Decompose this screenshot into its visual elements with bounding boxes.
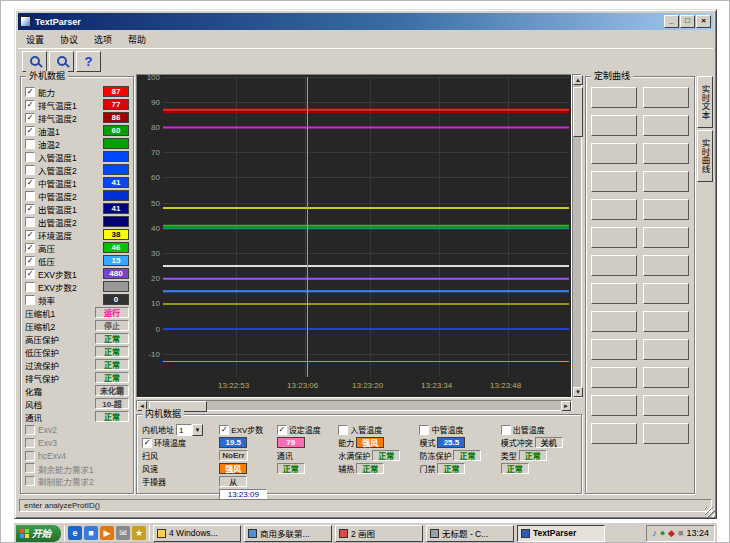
menu-help[interactable]: 帮助 (120, 31, 154, 48)
outdoor-checkbox-capacity[interactable]: ✓ (25, 87, 35, 97)
quicklaunch-media-player-icon[interactable]: ▶ (100, 526, 114, 540)
custom-curve-slot-7[interactable] (591, 171, 637, 192)
tray-antivirus-icon[interactable]: ◆ (668, 529, 675, 538)
outdoor-checkbox-exv-steps-1[interactable]: ✓ (25, 269, 35, 279)
tray-volume-icon[interactable]: ♪ (652, 529, 657, 538)
quicklaunch-favorites-icon[interactable]: ★ (132, 526, 146, 540)
tab-realtime-text[interactable]: 实时文本 (697, 76, 713, 128)
custom-curve-slot-23[interactable] (591, 395, 637, 416)
custom-curve-slot-11[interactable] (591, 227, 637, 248)
outdoor-checkbox-oil-temp-1[interactable]: ✓ (25, 126, 35, 136)
outdoor-checkbox-remaining-capacity-2 (25, 476, 35, 486)
custom-curve-slot-26[interactable] (643, 423, 689, 444)
task-button-textparser[interactable]: TextParser (517, 525, 605, 542)
custom-curve-slot-1[interactable] (591, 87, 637, 108)
menu-protocol[interactable]: 协议 (52, 31, 86, 48)
indoor-checkbox-outlet[interactable] (501, 425, 511, 435)
custom-curve-slot-10[interactable] (643, 199, 689, 220)
task-button-paint-group[interactable]: 2 画图 (335, 525, 423, 542)
custom-curve-slot-4[interactable] (643, 115, 689, 136)
indoor-checkbox-setpoint[interactable]: ✓ (277, 425, 287, 435)
indoor-checkbox-address[interactable]: ✓ (142, 438, 152, 448)
custom-curve-slot-15[interactable] (591, 283, 637, 304)
quicklaunch-mail-icon[interactable]: ✉ (116, 526, 130, 540)
custom-curve-slot-24[interactable] (643, 395, 689, 416)
custom-curve-slot-2[interactable] (643, 87, 689, 108)
outdoor-status-label-overcurrent-protect: 过流保护 (25, 359, 92, 371)
scroll-right-arrow-icon[interactable]: ► (561, 401, 571, 411)
custom-curve-slot-20[interactable] (643, 339, 689, 360)
chart-canvas[interactable] (163, 77, 569, 377)
minimize-button[interactable]: _ (664, 15, 679, 28)
chart-horizontal-scrollbar[interactable]: ◄ ► (136, 400, 572, 411)
outdoor-checkbox-exhaust-temp-2[interactable]: ✓ (25, 113, 35, 123)
indoor-checkbox-values[interactable]: ✓ (219, 425, 229, 435)
menu-options[interactable]: 选项 (86, 31, 120, 48)
outdoor-item-exhaust-temp-2: ✓排气温度286 (25, 112, 129, 124)
indoor-value-badge: 强风 (356, 437, 384, 448)
task-button-untitled-c[interactable]: 无标题 - C... (426, 525, 514, 542)
custom-curve-slot-19[interactable] (591, 339, 637, 360)
help-button[interactable]: ? (76, 51, 101, 72)
indoor-checkbox-mid[interactable] (419, 425, 429, 435)
custom-curve-slot-17[interactable] (591, 311, 637, 332)
scroll-up-arrow-icon[interactable]: ▲ (573, 75, 583, 85)
custom-curve-slot-9[interactable] (591, 199, 637, 220)
outdoor-checkbox-inlet-pipe-temp-1[interactable] (25, 152, 35, 162)
custom-curve-slot-16[interactable] (643, 283, 689, 304)
custom-curve-slot-14[interactable] (643, 255, 689, 276)
custom-curve-slot-13[interactable] (591, 255, 637, 276)
menu-settings[interactable]: 设置 (18, 31, 52, 48)
custom-curve-slot-25[interactable] (591, 423, 637, 444)
custom-curve-slot-3[interactable] (591, 115, 637, 136)
tab-realtime-curve[interactable]: 实时曲线 (697, 130, 713, 182)
outdoor-checkbox-mid-pipe-temp-2[interactable] (25, 191, 35, 201)
indoor-address-select[interactable]: 1▼ (176, 424, 203, 436)
custom-curve-slot-21[interactable] (591, 367, 637, 388)
task-button-windows-group[interactable]: 4 Windows... (153, 525, 241, 542)
close-button[interactable]: × (696, 15, 711, 28)
vertical-scroll-thumb[interactable] (573, 87, 583, 137)
tray-network-icon[interactable]: ● (660, 529, 665, 538)
indoor-status-value: 关机 (535, 437, 563, 448)
outdoor-checkbox-ambient-temp[interactable]: ✓ (25, 230, 35, 240)
custom-curve-slot-22[interactable] (643, 367, 689, 388)
outdoor-checkbox-low-pressure[interactable]: ✓ (25, 256, 35, 266)
outdoor-checkbox-mid-pipe-temp-1[interactable]: ✓ (25, 178, 35, 188)
outdoor-checkbox-exv-steps-2[interactable] (25, 282, 35, 292)
outdoor-label-oil-temp-2: 油温2 (38, 138, 100, 150)
start-button[interactable]: 开始 (16, 525, 61, 542)
task-label: 无标题 - C... (442, 527, 488, 539)
realtime-curve-plot[interactable]: 1009080706050403020100-1013:22:5313:23:0… (136, 74, 572, 398)
task-button-doc-multi[interactable]: 商用多联第... (244, 525, 332, 542)
dropdown-arrow-icon[interactable]: ▼ (192, 424, 203, 436)
outdoor-checkbox-oil-temp-2[interactable] (25, 139, 35, 149)
custom-curve-slot-5[interactable] (591, 143, 637, 164)
zoom-out-button[interactable] (49, 51, 74, 72)
custom-curve-slot-12[interactable] (643, 227, 689, 248)
outdoor-checkbox-inlet-pipe-temp-2[interactable] (25, 165, 35, 175)
custom-curve-slot-18[interactable] (643, 311, 689, 332)
chart-vertical-scrollbar[interactable]: ▲ ▼ (572, 74, 582, 398)
outdoor-checkbox-outlet-pipe-temp-1[interactable]: ✓ (25, 204, 35, 214)
indoor-column-address: 内机地址1▼✓环境温度扫风风速手操器 (142, 424, 217, 501)
custom-curve-slot-8[interactable] (643, 171, 689, 192)
outdoor-checkbox-frequency[interactable] (25, 295, 35, 305)
scroll-down-arrow-icon[interactable]: ▼ (573, 387, 583, 397)
outdoor-value-high-pressure: 46 (103, 242, 129, 253)
maximize-button[interactable]: □ (680, 15, 695, 28)
indoor-label: 手操器 (142, 476, 166, 487)
system-tray: ♪●◆■ 13:24 (646, 525, 715, 542)
quicklaunch-ie-icon[interactable]: e (68, 526, 82, 540)
indoor-checkbox-inlet[interactable] (338, 425, 348, 435)
title-bar: TextParser _ □ × (18, 13, 713, 30)
outdoor-status-overcurrent-protect: 过流保护正常 (25, 359, 129, 371)
outdoor-checkbox-outlet-pipe-temp-2[interactable] (25, 217, 35, 227)
resize-grip[interactable] (705, 507, 715, 517)
tray-ime-icon[interactable]: ■ (678, 529, 683, 538)
zoom-in-button[interactable] (22, 51, 47, 72)
custom-curve-slot-6[interactable] (643, 143, 689, 164)
quicklaunch-show-desktop-icon[interactable]: ■ (84, 526, 98, 540)
outdoor-checkbox-high-pressure[interactable]: ✓ (25, 243, 35, 253)
outdoor-checkbox-exhaust-temp-1[interactable]: ✓ (25, 100, 35, 110)
